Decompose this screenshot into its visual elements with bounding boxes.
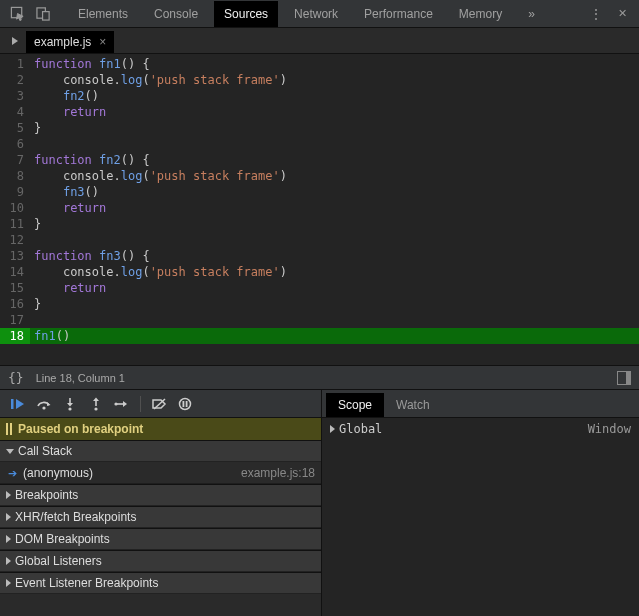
line-number[interactable]: 13 [0,248,30,264]
line-number[interactable]: 9 [0,184,30,200]
deactivate-breakpoints-icon[interactable] [147,392,171,416]
section-label: Global Listeners [15,554,102,568]
tab-console[interactable]: Console [144,1,208,27]
line-number[interactable]: 8 [0,168,30,184]
scope-row-global[interactable]: Global Window [330,422,631,436]
code-line: return [30,280,639,296]
pause-icon [6,423,12,435]
line-number[interactable]: 7 [0,152,30,168]
inspect-element-icon[interactable] [6,3,28,25]
pretty-print-icon[interactable]: {} [8,370,24,385]
panel-tabs: Elements Console Sources Network Perform… [68,1,581,27]
frame-location: example.js:18 [241,466,315,480]
line-number[interactable]: 3 [0,88,30,104]
svg-point-9 [180,398,191,409]
line-number[interactable]: 1 [0,56,30,72]
line-number[interactable]: 17 [0,312,30,328]
code-line [30,232,639,248]
chevron-right-icon [6,579,11,587]
call-stack-frame[interactable]: ➔(anonymous) example.js:18 [0,462,321,484]
cursor-position: Line 18, Column 1 [36,372,125,384]
kebab-menu-icon[interactable]: ⋮ [585,3,607,25]
code-line [30,312,639,328]
line-number[interactable]: 15 [0,280,30,296]
debugger-right-pane: Scope Watch Global Window [322,390,639,616]
show-navigator-icon[interactable] [4,29,26,53]
section-call-stack[interactable]: Call Stack [0,440,321,462]
code-line: fn3() [30,184,639,200]
section-xhr-breakpoints[interactable]: XHR/fetch Breakpoints [0,506,321,528]
debug-toolbar [0,390,321,418]
code-editor[interactable]: 123456789101112131415161718 function fn1… [0,54,639,366]
scope-label: Global [339,422,382,436]
scope-value: Window [588,422,631,436]
chevron-right-icon [6,491,11,499]
tab-watch[interactable]: Watch [384,393,442,417]
section-global-listeners[interactable]: Global Listeners [0,550,321,572]
svg-rect-2 [42,12,49,20]
section-dom-breakpoints[interactable]: DOM Breakpoints [0,528,321,550]
scope-tabs: Scope Watch [322,390,639,418]
svg-point-4 [42,406,45,409]
step-into-icon[interactable] [58,392,82,416]
tab-sources[interactable]: Sources [214,1,278,27]
tab-memory[interactable]: Memory [449,1,512,27]
paused-banner: Paused on breakpoint [0,418,321,440]
file-tab-label: example.js [34,35,91,49]
chevron-right-icon [6,535,11,543]
device-toolbar-icon[interactable] [32,3,54,25]
chevron-right-icon [6,513,11,521]
more-tabs-button[interactable]: » [518,1,545,27]
svg-point-6 [94,407,97,410]
code-line: return [30,104,639,120]
line-number[interactable]: 18 [0,328,30,344]
tab-network[interactable]: Network [284,1,348,27]
section-label: Call Stack [18,444,72,458]
line-number[interactable]: 6 [0,136,30,152]
code-line: console.log('push stack frame') [30,168,639,184]
toolbar-separator [140,396,141,412]
toggle-sidebar-icon[interactable] [617,371,631,385]
close-file-icon[interactable]: × [99,35,106,49]
line-number[interactable]: 12 [0,232,30,248]
code-line: console.log('push stack frame') [30,72,639,88]
debugger-left-pane: Paused on breakpoint Call Stack ➔(anonym… [0,390,322,616]
line-number[interactable]: 4 [0,104,30,120]
file-tabs-row: example.js × [0,28,639,54]
current-frame-marker-icon: ➔ [8,467,17,479]
section-event-listener-breakpoints[interactable]: Event Listener Breakpoints [0,572,321,594]
file-tab-example[interactable]: example.js × [26,31,114,53]
pause-on-exceptions-icon[interactable] [173,392,197,416]
scope-body: Global Window [322,418,639,440]
step-out-icon[interactable] [84,392,108,416]
tab-performance[interactable]: Performance [354,1,443,27]
line-number[interactable]: 5 [0,120,30,136]
tab-elements[interactable]: Elements [68,1,138,27]
resume-icon[interactable] [6,392,30,416]
code-line: return [30,200,639,216]
tab-scope[interactable]: Scope [326,393,384,417]
svg-point-7 [114,402,117,405]
code-line [30,136,639,152]
section-breakpoints[interactable]: Breakpoints [0,484,321,506]
close-devtools-icon[interactable]: ✕ [611,3,633,25]
code-line: fn2() [30,88,639,104]
line-number[interactable]: 11 [0,216,30,232]
devtools-toolbar: Elements Console Sources Network Perform… [0,0,639,28]
step-over-icon[interactable] [32,392,56,416]
code-line: console.log('push stack frame') [30,264,639,280]
line-number[interactable]: 14 [0,264,30,280]
debugger-pane: Paused on breakpoint Call Stack ➔(anonym… [0,390,639,616]
code-line: fn1() [30,328,639,344]
line-number[interactable]: 10 [0,200,30,216]
code-lines: function fn1() { console.log('push stack… [30,54,639,365]
step-icon[interactable] [110,392,134,416]
svg-rect-3 [11,399,14,409]
svg-rect-10 [183,401,185,407]
line-number[interactable]: 16 [0,296,30,312]
chevron-right-icon [6,557,11,565]
code-line: } [30,296,639,312]
editor-status-bar: {} Line 18, Column 1 [0,366,639,390]
line-gutter: 123456789101112131415161718 [0,54,30,365]
line-number[interactable]: 2 [0,72,30,88]
